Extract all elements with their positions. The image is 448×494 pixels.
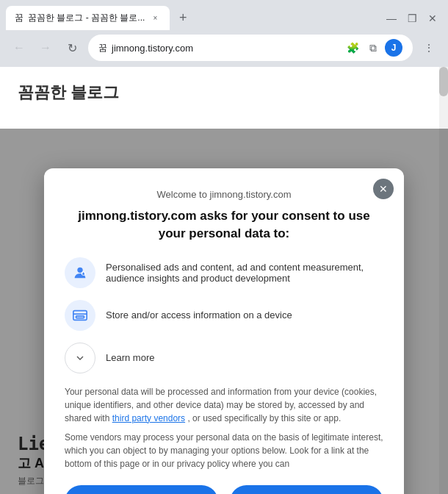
forward-button[interactable]: → — [35, 37, 56, 58]
chrome-menu-button[interactable]: ⋮ — [419, 37, 439, 58]
svg-rect-3 — [82, 273, 84, 275]
tab-bar: 꿈 꿈꼼한 블로그 - 꼼꼼한 블로... × + — ❒ ✕ — [0, 0, 448, 30]
third-party-link[interactable]: third party vendors — [112, 413, 185, 423]
new-tab-button[interactable]: + — [173, 8, 193, 29]
learn-more-item[interactable]: Learn more — [65, 343, 383, 373]
consent-item-text-ads: Personalised ads and content, ad and con… — [106, 262, 383, 284]
modal-subtitle: Welcome to jimnong.tistory.com — [65, 189, 383, 200]
consent-modal: ✕ Welcome to jimnong.tistory.com jimnong… — [44, 168, 404, 494]
browser-chrome: 꿈 꿈꼼한 블로그 - 꼼꼼한 블로... × + — ❒ ✕ ← → ↻ 꿈 … — [0, 0, 448, 67]
tab-close-button[interactable]: × — [149, 12, 161, 24]
consent-item-store: Store and/or access information on a dev… — [65, 300, 383, 331]
page-title: 꼼꼼한 블로그 — [18, 82, 430, 104]
modal-body-paragraph-2: Some vendors may process your personal d… — [65, 431, 383, 470]
active-tab[interactable]: 꿈 꿈꼼한 블로그 - 꼼꼼한 블로... × — [6, 6, 170, 30]
omnibox-url: jimnong.tistory.com — [112, 43, 339, 54]
split-tab-icon[interactable]: ⧉ — [364, 39, 382, 57]
modal-title: jimnong.tistory.com asks for your consen… — [65, 207, 383, 243]
consent-item-text-store: Store and/or access information on a dev… — [106, 309, 292, 321]
close-window-button[interactable]: ✕ — [423, 9, 442, 28]
omnibox-favicon: 꿈 — [98, 42, 107, 54]
consent-icon-device — [65, 300, 95, 331]
svg-rect-4 — [73, 310, 87, 320]
tab-label: 꿈꼼한 블로그 - 꼼꼼한 블로... — [28, 12, 145, 24]
svg-point-0 — [77, 267, 82, 272]
maximize-button[interactable]: ❒ — [402, 9, 422, 28]
scrollbar-thumb[interactable] — [439, 67, 448, 96]
modal-close-button[interactable]: ✕ — [373, 179, 394, 199]
back-button[interactable]: ← — [9, 37, 29, 58]
tab-favicon: 꿈 — [15, 12, 24, 24]
minimize-button[interactable]: — — [382, 9, 401, 28]
extensions-icon[interactable]: 🧩 — [344, 39, 361, 57]
consent-item-ads: Personalised ads and content, ad and con… — [65, 257, 383, 288]
reload-button[interactable]: ↻ — [62, 37, 82, 58]
omnibox[interactable]: 꿈 jimnong.tistory.com 🧩 ⧉ J — [88, 35, 413, 61]
modal-body-paragraph-1: Your personal data will be processed and… — [65, 385, 383, 425]
address-bar: ← → ↻ 꿈 jimnong.tistory.com 🧩 ⧉ J ⋮ — [0, 30, 448, 67]
consent-icon-person — [65, 257, 95, 288]
window-controls: — ❒ ✕ — [382, 9, 442, 28]
modal-buttons: Manage options Consent — [65, 485, 383, 494]
manage-options-button[interactable]: Manage options — [65, 485, 218, 494]
learn-more-icon[interactable] — [65, 343, 95, 373]
consent-button[interactable]: Consent — [230, 485, 383, 494]
omnibox-icons: 🧩 ⧉ J — [344, 39, 402, 57]
page-content: 꼼꼼한 블로그 Lient="ca 고 AdFit 노출 방법 없을까? 블로그… — [0, 67, 448, 494]
profile-icon[interactable]: J — [385, 39, 402, 57]
learn-more-label[interactable]: Learn more — [106, 352, 154, 363]
modal-overlay: ✕ Welcome to jimnong.tistory.com jimnong… — [0, 129, 448, 494]
svg-rect-6 — [76, 316, 84, 318]
